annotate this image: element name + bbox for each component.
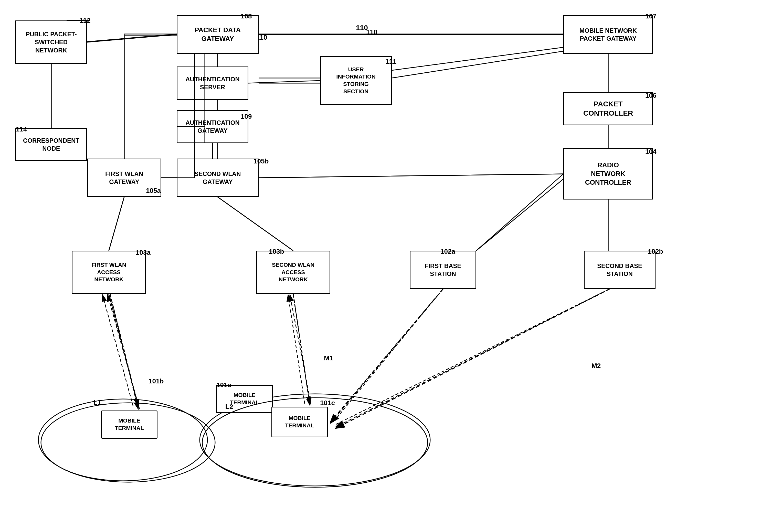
main-svg: 110 [0, 0, 771, 532]
svg-line-36 [87, 34, 177, 42]
svg-point-65 [41, 403, 215, 482]
svg-text:110: 110 [356, 24, 368, 32]
svg-line-51 [392, 47, 563, 70]
svg-line-56 [218, 197, 293, 251]
svg-line-45 [259, 174, 563, 178]
svg-line-64 [335, 289, 610, 428]
svg-line-62 [290, 295, 311, 405]
svg-line-55 [109, 197, 124, 251]
svg-line-60 [107, 295, 139, 409]
svg-line-61 [293, 294, 310, 405]
svg-line-59 [110, 294, 138, 409]
svg-point-66 [202, 398, 428, 487]
svg-line-48 [476, 179, 563, 251]
network-diagram: 110 [0, 0, 771, 532]
svg-line-63 [330, 289, 443, 423]
